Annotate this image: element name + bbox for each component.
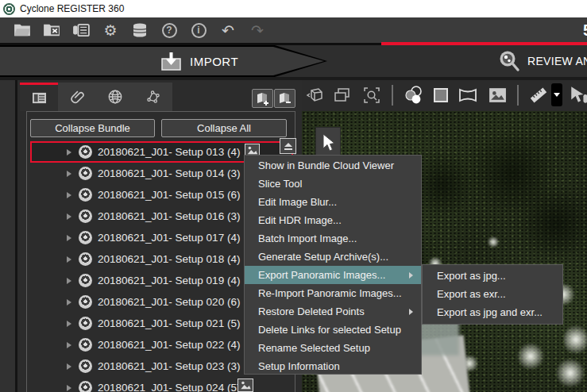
toolbar-separator — [392, 85, 393, 106]
import-device-icon[interactable] — [71, 21, 91, 40]
collapse-all-button[interactable]: Collapse All — [161, 119, 287, 137]
setup-label: 20180621_J01- Setup 023 (3) — [98, 360, 240, 372]
info-icon[interactable]: i — [189, 21, 208, 40]
map-minus-icon — [277, 91, 293, 106]
redo-icon: ↷ — [248, 21, 267, 40]
submenu-item-export-jpg[interactable]: Export as jpg... — [423, 267, 562, 285]
setup-label: 20180621_J01- Setup 022 (4) — [98, 339, 240, 351]
undo-icon[interactable]: ↶ — [218, 21, 238, 40]
expander-icon[interactable] — [67, 342, 71, 348]
solid-fill-icon[interactable] — [431, 84, 451, 106]
tab-setups[interactable] — [20, 83, 58, 111]
expander-icon[interactable] — [67, 213, 71, 220]
tab-links[interactable] — [58, 83, 96, 111]
unfold-view-icon[interactable] — [304, 84, 325, 106]
setup-label: 20180621_J01- Setup 021 (5) — [98, 317, 240, 329]
menu-item-rename-selected-setup[interactable]: Rename Selected Setup — [245, 339, 421, 357]
stage-count-badge: 5 — [583, 21, 587, 40]
color-mode-icon[interactable] — [404, 84, 424, 106]
review-tab-label: REVIEW AND — [527, 55, 587, 67]
tree-row-setup-024[interactable]: 20180621_J01- Setup 024 (5) — [27, 377, 295, 392]
tab-constellation[interactable] — [134, 83, 172, 111]
submenu-item-export-jpg-and-exr[interactable]: Export as jpg and exr... — [423, 303, 562, 321]
setup-target-icon — [79, 295, 92, 309]
setup-label: 20180621_J01- Setup 024 (5) — [98, 382, 240, 392]
menu-item-batch-import-image[interactable]: Batch Import Image... — [245, 229, 421, 248]
collapse-row-button[interactable] — [280, 138, 296, 154]
close-project-icon[interactable] — [42, 21, 61, 40]
app-logo-icon — [3, 3, 15, 15]
menu-item-reimport-panoramic-images[interactable]: Re-Import Panoramic Images... — [245, 284, 421, 302]
highlight-spot — [516, 343, 545, 370]
left-edge-strip — [0, 80, 17, 392]
tab-geotags[interactable] — [96, 83, 134, 111]
collapse-bundle-button[interactable]: Collapse Bundle — [30, 119, 155, 137]
expander-icon[interactable] — [67, 321, 71, 327]
setup-label: 20180621_J01- Setup 014 (3) — [98, 167, 240, 179]
menu-item-edit-hdr-image[interactable]: Edit HDR Image... — [245, 211, 421, 229]
setup-target-icon — [79, 145, 92, 159]
panel-tab-strip — [20, 83, 172, 111]
highlight-spot — [564, 322, 587, 357]
menu-item-setup-information[interactable]: Setup Information — [245, 357, 421, 375]
expander-icon[interactable] — [67, 363, 71, 370]
menu-item-slice-tool[interactable]: Slice Tool — [245, 175, 421, 193]
remove-map-button[interactable] — [274, 89, 295, 108]
help-icon[interactable]: ? — [160, 21, 179, 40]
setup-context-menu: Show in Bundle Cloud Viewer Slice Tool E… — [244, 155, 422, 375]
chevron-down-icon — [554, 93, 560, 97]
setup-label: 20180621_J01- Setup 013 (4) — [98, 146, 240, 158]
image-view-icon[interactable] — [487, 84, 508, 106]
measure-tool-icon[interactable] — [528, 84, 549, 106]
expander-icon[interactable] — [67, 149, 71, 156]
expander-icon[interactable] — [67, 256, 71, 263]
title-bar: Cyclone REGISTER 360 — [0, 0, 587, 17]
expander-icon[interactable] — [67, 278, 71, 284]
expander-icon[interactable] — [67, 235, 71, 241]
constellation-icon — [145, 89, 161, 105]
setup-image-button[interactable] — [238, 379, 253, 392]
highlight-spot — [487, 236, 500, 248]
submenu-arrow-icon — [409, 309, 413, 315]
add-map-button[interactable] — [252, 89, 273, 108]
setup-target-icon — [79, 338, 92, 352]
setup-label: 20180621_J01- Setup 017 (4) — [98, 232, 240, 244]
setup-target-icon — [79, 209, 92, 223]
cursor-arrow-icon — [320, 133, 336, 154]
window-title: Cyclone REGISTER 360 — [20, 3, 124, 14]
arrow-up-icon — [284, 143, 292, 147]
map-plus-icon — [255, 91, 271, 106]
setup-label: 20180621_J01- Setup 019 (4) — [98, 275, 240, 286]
import-tab-label: IMPORT — [190, 55, 238, 68]
review-optimize-icon — [497, 49, 521, 73]
import-tab-content[interactable]: IMPORT — [160, 45, 238, 77]
menu-item-restore-deleted-points[interactable]: Restore Deleted Points — [245, 302, 421, 321]
expander-icon[interactable] — [67, 192, 71, 198]
setups-list-icon — [32, 91, 47, 105]
menu-item-delete-links[interactable]: Delete Links for selected Setup — [245, 321, 421, 339]
expander-icon[interactable] — [67, 299, 71, 306]
setup-label: 20180621_J01- Setup 020 (6) — [98, 296, 240, 308]
menu-item-edit-image-blur[interactable]: Edit Image Blur... — [245, 193, 421, 211]
setup-label: 20180621_J01- Setup 016 (3) — [98, 210, 240, 222]
pick-point-icon[interactable] — [569, 84, 587, 106]
database-icon[interactable] — [130, 21, 149, 40]
zoom-region-icon[interactable] — [361, 84, 382, 106]
overlap-views-icon[interactable] — [332, 84, 353, 106]
panorama-view-icon[interactable] — [458, 84, 478, 106]
menu-item-export-panoramic-images[interactable]: Export Panoramic Images... — [245, 266, 421, 284]
measure-dropdown-button[interactable] — [551, 83, 562, 106]
settings-gear-icon[interactable]: ⚙ — [101, 21, 120, 40]
open-project-icon[interactable] — [13, 21, 32, 40]
review-tab[interactable]: REVIEW AND — [497, 45, 587, 77]
setup-label: 20180621_J01- Setup 015 (6) — [98, 189, 240, 201]
paperclip-icon — [69, 89, 85, 105]
setup-target-icon — [79, 231, 92, 244]
setup-target-icon — [79, 274, 92, 287]
expander-icon[interactable] — [67, 171, 71, 177]
menu-item-generate-setup-archives[interactable]: Generate Setup Archive(s)... — [245, 248, 421, 266]
globe-icon — [107, 89, 123, 105]
expander-icon[interactable] — [67, 385, 71, 391]
submenu-item-export-exr[interactable]: Export as exr... — [423, 285, 562, 303]
menu-item-show-in-bundle-cloud-viewer[interactable]: Show in Bundle Cloud Viewer — [245, 156, 421, 175]
